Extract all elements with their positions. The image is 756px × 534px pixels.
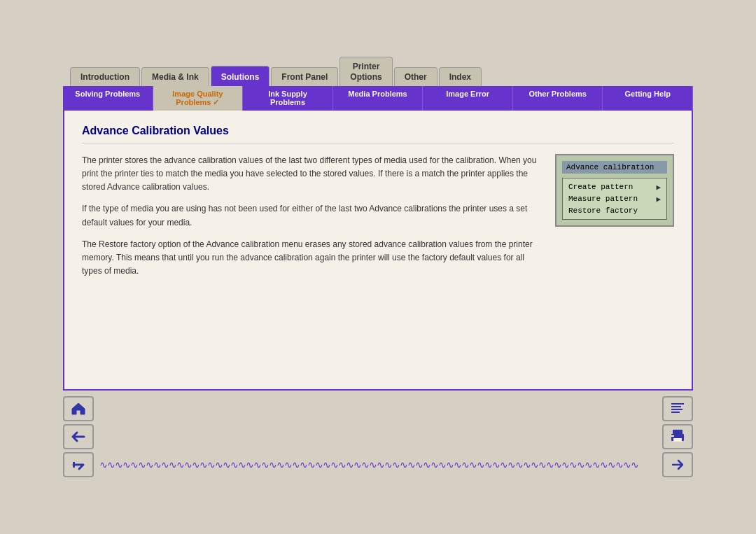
content-body: The printer stores the advance calibrati… bbox=[82, 154, 674, 287]
svg-rect-2 bbox=[671, 406, 681, 407]
app-container: Introduction Media & Ink Solutions Front… bbox=[63, 57, 693, 477]
second-nav: Solving Problems Image Quality Problems … bbox=[63, 86, 693, 111]
svg-rect-0 bbox=[73, 462, 75, 468]
content-text: The printer stores the advance calibrati… bbox=[82, 154, 541, 287]
lcd-arrow-create: ▶ bbox=[656, 183, 661, 192]
paragraph-1: The printer stores the advance calibrati… bbox=[82, 154, 541, 195]
tab-index[interactable]: Index bbox=[439, 67, 482, 86]
print-button[interactable] bbox=[662, 424, 693, 449]
bottom-area: ∿∿∿∿∿∿∿∿∿∿∿∿∿∿∿∿∿∿∿∿∿∿∿∿∿∿∿∿∿∿∿∿∿∿∿∿∿∿∿∿… bbox=[63, 396, 693, 477]
lcd-item-measure-label: Measure pattern bbox=[568, 195, 638, 204]
home-icon bbox=[70, 400, 87, 417]
lcd-panel: Advance calibration Create pattern ▶ Mea… bbox=[555, 154, 674, 287]
contents-icon bbox=[669, 400, 686, 417]
right-buttons bbox=[662, 396, 693, 477]
tab-media-problems[interactable]: Media Problems bbox=[333, 86, 424, 111]
lcd-item-restore-label: Restore factory bbox=[568, 206, 638, 215]
svg-rect-8 bbox=[671, 435, 674, 437]
lcd-item-create: Create pattern ▶ bbox=[566, 181, 664, 193]
page-title: Advance Calibration Values bbox=[82, 125, 674, 143]
forward-small-icon bbox=[70, 456, 87, 473]
tab-image-quality[interactable]: Image Quality Problems ✓ bbox=[153, 86, 244, 111]
spiral-decoration: ∿∿∿∿∿∿∿∿∿∿∿∿∿∿∿∿∿∿∿∿∿∿∿∿∿∿∿∿∿∿∿∿∿∿∿∿∿∿∿∿… bbox=[99, 459, 638, 470]
print-icon bbox=[669, 428, 686, 445]
tab-media-ink[interactable]: Media & Ink bbox=[141, 67, 209, 86]
spiral-bar: ∿∿∿∿∿∿∿∿∿∿∿∿∿∿∿∿∿∿∿∿∿∿∿∿∿∿∿∿∿∿∿∿∿∿∿∿∿∿∿∿… bbox=[99, 458, 657, 472]
tab-other[interactable]: Other bbox=[394, 67, 438, 86]
svg-rect-7 bbox=[673, 438, 682, 442]
main-content: Advance Calibration Values The printer s… bbox=[63, 111, 693, 391]
tab-front-panel[interactable]: Front Panel bbox=[271, 67, 338, 86]
tab-ink-supply[interactable]: Ink Supply Problems bbox=[243, 86, 333, 111]
tab-getting-help[interactable]: Getting Help bbox=[603, 86, 693, 111]
back-icon bbox=[70, 428, 87, 445]
forward-large-icon bbox=[669, 456, 686, 473]
svg-rect-1 bbox=[671, 403, 684, 405]
forward-large-button[interactable] bbox=[662, 452, 693, 477]
tab-other-problems[interactable]: Other Problems bbox=[513, 86, 603, 111]
tab-printer-options[interactable]: PrinterOptions bbox=[340, 57, 392, 86]
lcd-menu: Create pattern ▶ Measure pattern ▶ Resto… bbox=[562, 178, 667, 220]
lcd-title: Advance calibration bbox=[562, 161, 667, 174]
tab-introduction[interactable]: Introduction bbox=[70, 67, 140, 86]
lcd-arrow-measure: ▶ bbox=[656, 195, 661, 204]
paragraph-3: The Restore factory option of the Advanc… bbox=[82, 238, 541, 279]
contents-button[interactable] bbox=[662, 396, 693, 421]
paragraph-2: If the type of media you are using has n… bbox=[82, 202, 541, 229]
svg-rect-3 bbox=[671, 409, 682, 410]
top-nav: Introduction Media & Ink Solutions Front… bbox=[63, 57, 693, 86]
lcd-item-restore: Restore factory bbox=[566, 205, 664, 216]
back-button[interactable] bbox=[63, 424, 94, 449]
checkmark-icon: ✓ bbox=[213, 98, 219, 106]
lcd-display: Advance calibration Create pattern ▶ Mea… bbox=[555, 154, 674, 227]
left-buttons bbox=[63, 396, 94, 477]
lcd-item-create-label: Create pattern bbox=[568, 183, 633, 192]
home-button[interactable] bbox=[63, 396, 94, 421]
lcd-item-measure: Measure pattern ▶ bbox=[566, 193, 664, 205]
tab-solving-problems[interactable]: Solving Problems bbox=[63, 86, 153, 111]
svg-rect-4 bbox=[671, 412, 680, 413]
content-wrapper: Advance Calibration Values The printer s… bbox=[63, 111, 693, 391]
forward-small-button[interactable] bbox=[63, 452, 94, 477]
tab-image-error[interactable]: Image Error bbox=[423, 86, 513, 111]
tab-solutions[interactable]: Solutions bbox=[211, 66, 270, 86]
